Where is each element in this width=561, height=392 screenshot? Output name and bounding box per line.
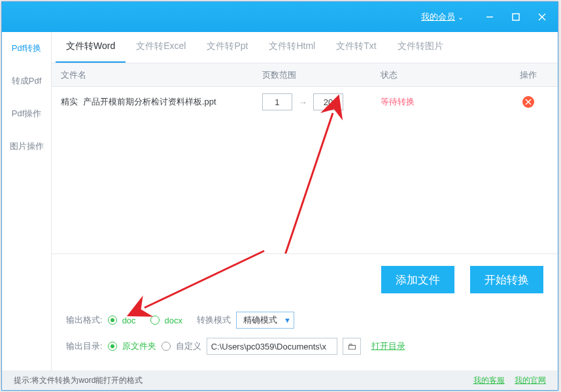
chevron-down-icon: ▼ xyxy=(284,316,291,324)
mode-select[interactable]: 精确模式 ▼ xyxy=(236,312,294,329)
annotation-arrow-1 xyxy=(273,106,351,253)
tab-to-word[interactable]: 文件转Word xyxy=(56,41,126,63)
tab-to-image[interactable]: 文件转图片 xyxy=(387,41,454,63)
maximize-icon xyxy=(511,12,520,22)
close-icon xyxy=(537,12,547,22)
delete-icon xyxy=(525,99,532,105)
minimize-button[interactable] xyxy=(477,2,503,32)
radio-doc[interactable] xyxy=(108,316,117,325)
hint-text: 提示:将文件转换为word能打开的格式 xyxy=(14,375,143,386)
mode-value: 精确模式 xyxy=(243,314,277,326)
titlebar: 我的会员 ⌄ xyxy=(2,2,558,32)
arrow-right-icon: → xyxy=(298,97,307,107)
member-link[interactable]: 我的会员 xyxy=(421,11,455,23)
app-window: 我的会员 ⌄ Pdf转换 转成Pdf Pdf操作 图片操作 文件转Word 文件… xyxy=(1,1,558,391)
add-file-button[interactable]: 添加文件 xyxy=(381,266,454,293)
output-dir-row: 输出目录: 原文件夹 自定义 🗀 打开目录 xyxy=(66,338,543,355)
list-header: 文件名 页数范围 状态 操作 xyxy=(52,63,558,87)
file-tag: 精实 xyxy=(61,96,78,108)
maximize-button[interactable] xyxy=(503,2,529,32)
tab-to-ppt[interactable]: 文件转Ppt xyxy=(196,41,258,63)
minimize-icon xyxy=(485,12,494,22)
radio-doc-label: doc xyxy=(122,316,136,325)
page-to-input[interactable] xyxy=(313,93,343,110)
file-list: 精实 产品开模前期分析检讨资料样板.ppt → 等待转换 xyxy=(52,87,558,253)
delete-row-button[interactable] xyxy=(522,96,534,108)
output-format-row: 输出格式: doc docx 转换模式 精确模式 ▼ xyxy=(66,312,543,329)
main: 文件转Word 文件转Excel 文件转Ppt 文件转Html 文件转Txt 文… xyxy=(52,32,558,370)
col-op-header: 操作 xyxy=(499,69,558,81)
customer-service-link[interactable]: 我的客服 xyxy=(473,376,505,385)
radio-custom-folder[interactable] xyxy=(162,342,171,351)
svg-rect-1 xyxy=(513,14,519,20)
bottom-panel: 添加文件 开始转换 输出格式: doc docx 转换模式 精确模式 ▼ xyxy=(52,253,558,370)
big-buttons: 添加文件 开始转换 xyxy=(66,266,543,293)
browse-folder-button[interactable]: 🗀 xyxy=(343,338,361,355)
output-format-label: 输出格式: xyxy=(66,314,103,326)
col-status-header: 状态 xyxy=(381,69,499,81)
output-path-input[interactable] xyxy=(207,338,337,355)
status-text: 等待转换 xyxy=(381,96,499,108)
folder-icon: 🗀 xyxy=(347,341,356,351)
open-folder-link[interactable]: 打开目录 xyxy=(371,340,405,352)
official-site-link[interactable]: 我的官网 xyxy=(515,376,546,385)
radio-custom-label: 自定义 xyxy=(176,340,201,352)
page-from-input[interactable] xyxy=(262,93,292,110)
radio-original-folder[interactable] xyxy=(108,342,117,351)
tab-to-txt[interactable]: 文件转Txt xyxy=(326,41,386,63)
tabs: 文件转Word 文件转Excel 文件转Ppt 文件转Html 文件转Txt 文… xyxy=(52,32,558,63)
radio-docx-label: docx xyxy=(165,316,182,325)
member-caret-icon[interactable]: ⌄ xyxy=(458,13,464,22)
close-button[interactable] xyxy=(529,2,555,32)
sidebar-item-to-pdf[interactable]: 转成Pdf xyxy=(2,65,51,97)
tab-to-excel[interactable]: 文件转Excel xyxy=(126,41,196,63)
sidebar-item-pdf-ops[interactable]: Pdf操作 xyxy=(2,97,51,130)
svg-line-6 xyxy=(281,113,333,253)
col-pages-header: 页数范围 xyxy=(262,69,381,81)
mode-label: 转换模式 xyxy=(197,314,231,326)
table-row: 精实 产品开模前期分析检讨资料样板.ppt → 等待转换 xyxy=(52,87,558,117)
output-dir-label: 输出目录: xyxy=(66,340,103,352)
file-name: 产品开模前期分析检讨资料样板.ppt xyxy=(83,96,216,108)
start-convert-button[interactable]: 开始转换 xyxy=(470,266,543,293)
sidebar: Pdf转换 转成Pdf Pdf操作 图片操作 xyxy=(2,32,52,370)
sidebar-item-image-ops[interactable]: 图片操作 xyxy=(2,130,51,163)
col-name-header: 文件名 xyxy=(52,69,262,81)
tab-to-html[interactable]: 文件转Html xyxy=(258,41,326,63)
sidebar-item-pdf-convert[interactable]: Pdf转换 xyxy=(2,32,51,65)
hint-links: 我的客服 我的官网 xyxy=(466,375,546,386)
hint-bar: 提示:将文件转换为word能打开的格式 我的客服 我的官网 xyxy=(2,370,558,390)
radio-original-label: 原文件夹 xyxy=(122,340,156,352)
body: Pdf转换 转成Pdf Pdf操作 图片操作 文件转Word 文件转Excel … xyxy=(2,32,558,370)
radio-docx[interactable] xyxy=(150,316,160,325)
